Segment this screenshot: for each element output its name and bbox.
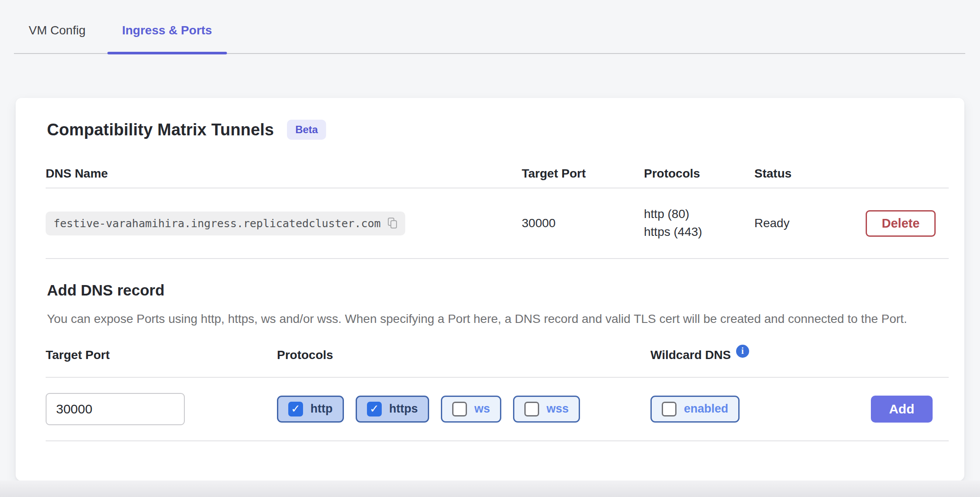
add-dns-description: You can expose Ports using http, https, … — [47, 310, 925, 328]
status-cell: Ready — [754, 216, 866, 230]
wildcard-enabled-label: enabled — [684, 402, 728, 416]
form-divider — [46, 377, 949, 378]
target-port-input[interactable] — [46, 393, 185, 425]
protocol-https-value: https (443) — [644, 223, 754, 241]
beta-badge: Beta — [287, 120, 326, 140]
tab-vm-config[interactable]: VM Config — [14, 24, 100, 53]
delete-button[interactable]: Delete — [866, 210, 936, 237]
protocol-options-group: ✓ http ✓ https ws wss — [277, 396, 650, 423]
protocol-option-ws[interactable]: ws — [441, 396, 501, 423]
target-port-cell: 30000 — [522, 216, 644, 230]
add-dns-form-controls: ✓ http ✓ https ws wss enab — [31, 393, 949, 426]
table-row: festive-varahamihira.ingress.replicatedc… — [31, 188, 949, 258]
dns-name-value: festive-varahamihira.ingress.replicatedc… — [53, 217, 381, 230]
tab-ingress-ports-label: Ingress & Ports — [122, 24, 212, 37]
target-port-field-group — [46, 393, 277, 425]
label-target-port: Target Port — [46, 348, 277, 362]
check-icon: ✓ — [291, 403, 300, 414]
header-target-port: Target Port — [522, 167, 644, 181]
wildcard-enabled-option[interactable]: enabled — [650, 396, 740, 423]
header-status: Status — [754, 167, 866, 181]
active-tab-underline — [107, 52, 227, 54]
protocol-http-value: http (80) — [644, 205, 754, 223]
dns-name-pill: festive-varahamihira.ingress.replicatedc… — [46, 212, 405, 235]
checkbox-http[interactable]: ✓ — [288, 402, 303, 416]
protocols-cell: http (80) https (443) — [644, 205, 754, 241]
header-protocols: Protocols — [644, 167, 754, 181]
protocol-option-https[interactable]: ✓ https — [356, 396, 429, 423]
checkbox-ws[interactable] — [452, 402, 467, 416]
tab-bar: VM Config Ingress & Ports — [14, 0, 965, 54]
add-dns-form-labels: Target Port Protocols Wildcard DNS i — [31, 348, 949, 362]
page-bottom-gradient — [0, 480, 980, 497]
panel-heading-row: Compatibility Matrix Tunnels Beta — [47, 120, 949, 140]
form-bottom-divider — [46, 440, 949, 441]
panel-title: Compatibility Matrix Tunnels — [47, 121, 274, 139]
tab-ingress-ports[interactable]: Ingress & Ports — [107, 24, 227, 53]
wildcard-dns-group: enabled — [650, 396, 871, 423]
label-protocols: Protocols — [277, 348, 650, 362]
protocol-option-https-label: https — [389, 402, 418, 416]
add-dns-section: Add DNS record You can expose Ports usin… — [47, 282, 949, 328]
header-dns-name: DNS Name — [46, 167, 522, 181]
protocol-option-http-label: http — [310, 402, 333, 416]
add-button[interactable]: Add — [871, 396, 933, 423]
label-wildcard-dns: Wildcard DNS — [650, 348, 731, 362]
protocol-option-http[interactable]: ✓ http — [277, 396, 344, 423]
tab-vm-config-label: VM Config — [29, 24, 86, 37]
protocol-option-ws-label: ws — [474, 402, 490, 416]
checkbox-wss[interactable] — [524, 402, 539, 416]
checkbox-wildcard-enabled[interactable] — [662, 402, 677, 416]
checkbox-https[interactable]: ✓ — [367, 402, 382, 416]
check-icon: ✓ — [370, 403, 379, 414]
copy-icon[interactable] — [388, 218, 397, 229]
protocol-option-wss-label: wss — [547, 402, 569, 416]
row-actions-cell: Delete — [866, 210, 936, 237]
tunnels-table-header: DNS Name Target Port Protocols Status — [31, 160, 949, 188]
tunnels-panel: Compatibility Matrix Tunnels Beta DNS Na… — [16, 98, 964, 481]
table-divider — [46, 258, 949, 259]
add-dns-title: Add DNS record — [47, 282, 949, 299]
protocol-option-wss[interactable]: wss — [513, 396, 580, 423]
info-icon[interactable]: i — [736, 345, 749, 358]
dns-name-cell: festive-varahamihira.ingress.replicatedc… — [46, 212, 522, 235]
